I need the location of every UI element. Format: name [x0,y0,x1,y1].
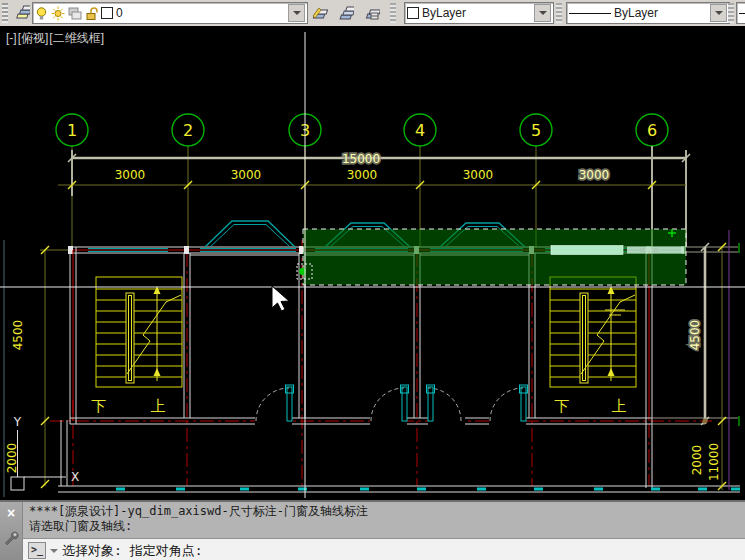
command-area: ****[源泉设计]-yq_dim_axiswd-尺寸标注-门窗及轴线标注请选取… [23,502,745,560]
layer-color-swatch [101,7,113,19]
layer-states-icon [362,4,380,21]
bay-dimension-line[interactable]: 3000 3000 3000 3000 3000 3000 [58,168,686,189]
right-dimensions[interactable]: 4500 4500 2000 11000 [688,230,729,490]
ucs-y-label: Y [13,415,22,429]
command-history-line: 请选取门窗及轴线: [29,519,739,534]
layer-plot-icon[interactable] [68,6,82,20]
chevron-down-icon [293,11,301,15]
command-history-line: ****[源泉设计]-yq_dim_axiswd-尺寸标注-门窗及轴线标注 [29,504,739,519]
color-value: ByLayer [422,6,466,20]
mouse-cursor [272,286,289,311]
make-object-layer-current-button[interactable] [308,2,330,23]
svg-text:1: 1 [67,121,77,140]
lineweight-combo-partial[interactable] [736,2,745,24]
layers-icon [13,5,30,21]
layer-combo-dropdown[interactable] [288,4,305,22]
dim-text: 3000 [463,168,494,182]
dim-text: 3000 [347,168,378,182]
linetype-value: ByLayer [614,6,658,20]
layer-properties-button[interactable] [10,2,32,23]
chevron-down-icon [715,11,723,15]
axis-bubble: 6 [636,114,668,146]
toolbar-grip[interactable] [2,3,8,23]
viewport-controls: [-][俯视][二维线框] [6,30,105,47]
dim-text: 4500 [11,320,25,351]
close-icon[interactable]: × [7,502,15,524]
ucs-x-label: X [71,470,79,484]
layer-freeze-sun-icon[interactable] [51,6,65,21]
stair-left: 下 上 [92,277,183,415]
chevron-down-icon [539,11,547,15]
dim-text: 4500 [688,320,702,351]
toolbar-separator[interactable] [556,3,562,23]
command-panel: × ****[源泉设计]-yq_dim_axiswd-尺寸标注-门窗及轴线标注请… [0,500,745,560]
dim-text: 2000 [5,443,19,474]
axis-bubble: 2 [172,114,204,146]
color-combo[interactable]: ByLayer [404,2,554,24]
viewport-view-control[interactable]: [俯视] [18,31,49,45]
recent-commands-caret-icon[interactable] [50,549,58,553]
stair-down-label: 下 [92,397,107,415]
dim-text: 3000 [231,168,262,182]
dim-text: 3000 [579,168,610,182]
selected-window-highlight [551,246,684,255]
toolbar-separator[interactable] [728,3,734,23]
toolbar-separator[interactable] [390,3,396,23]
lineweight-sample-line [739,13,745,14]
command-panel-sidebar: × [0,502,23,560]
viewport-menu-control[interactable]: [-] [6,31,17,45]
axis-bubbles[interactable]: 1 2 3 4 5 6 [56,114,668,146]
axis-bubble: 4 [404,114,436,146]
stair-right: 下 上 [550,277,636,415]
linetype-combo[interactable]: ByLayer [566,2,730,24]
svg-text:6: 6 [647,121,657,140]
stair-down-label: 下 [555,397,570,415]
axis-bubble: 5 [520,114,552,146]
dim-text: 11000 [707,443,721,481]
command-history[interactable]: ****[源泉设计]-yq_dim_axiswd-尺寸标注-门窗及轴线标注请选取… [23,502,745,538]
svg-text:4: 4 [415,121,425,140]
stair-up-label: 上 [612,397,627,415]
svg-text:2: 2 [183,121,193,140]
stair-up-label: 上 [151,397,166,415]
layer-previous-button[interactable] [334,2,356,23]
axis-bubble: 1 [56,114,88,146]
command-prompt-icon[interactable]: >_ [28,542,46,559]
layer-toolbar: 0 B [0,0,745,27]
layer-states-button[interactable] [360,2,382,23]
command-prompt-text: 选择对象: 指定对角点: [62,542,202,560]
color-combo-dropdown[interactable] [534,4,551,22]
color-swatch [407,7,419,19]
porch-wall [58,486,740,492]
dim-text: 3000 [115,168,146,182]
dim-text: 2000 [690,445,704,476]
layer-unlock-icon[interactable] [85,6,98,21]
layer-on-bulb-icon[interactable] [35,6,48,21]
wrench-icon[interactable] [3,530,19,546]
viewport-visualstyle-control[interactable]: [二维线框] [49,31,104,45]
left-dimensions[interactable]: 4500 2000 [4,240,49,497]
layer-previous-icon [336,4,354,21]
drawing-canvas[interactable]: [-][俯视][二维线框] 1 2 3 4 5 6 [0,26,745,500]
selection-crossing-window [303,229,686,285]
dim-text: 15000 [342,152,380,166]
layer-name: 0 [116,6,123,20]
linetype-combo-dropdown[interactable] [710,4,727,22]
cad-drawing: 1 2 3 4 5 6 15000 15000 [0,26,745,500]
doors [256,385,528,421]
layer-make-current-icon [310,4,328,21]
layer-combo[interactable]: 0 [32,2,308,24]
linetype-sample-line [569,13,611,14]
svg-text:5: 5 [531,121,541,140]
command-prompt-row[interactable]: >_ 选择对象: 指定对角点: [23,538,745,560]
autocad-window: 0 B [0,0,745,560]
